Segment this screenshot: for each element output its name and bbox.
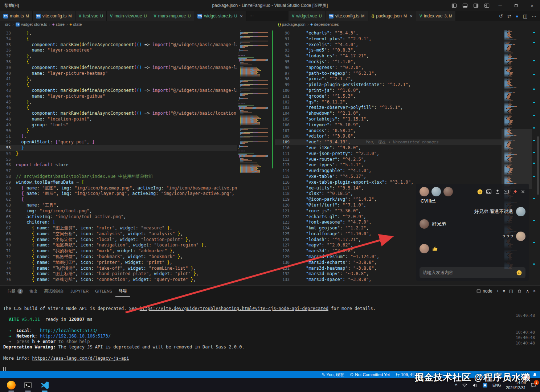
code-line: 40 name: "layer-picture-heatmap" (0, 71, 237, 77)
minimap-left[interactable] (237, 28, 270, 285)
panel-tab-JUPYTER[interactable]: JUPYTER (67, 286, 92, 297)
kill-terminal-icon[interactable] (517, 289, 522, 294)
panel-tab-输出[interactable]: 输出 (26, 286, 41, 297)
tab-index.vue[interactable]: Vindex.vue3, M (416, 11, 456, 21)
sync-icon[interactable]: ⇄ (507, 13, 511, 19)
restore-button[interactable] (508, 0, 524, 11)
panel-tab-GITLENS[interactable]: GITLENS (92, 286, 115, 297)
code-line: 110 "vue-i18n": "^9.8.0", (275, 145, 502, 151)
image-icon[interactable] (486, 189, 492, 195)
line-number: 99 (275, 82, 295, 88)
scrollbar-thumb[interactable] (537, 136, 539, 195)
emoji-picker-icon[interactable] (516, 270, 522, 276)
tray-date: 2024/12/31 (506, 385, 526, 390)
tab-label: main-view.vue (114, 13, 142, 19)
tab-vite.config.ts[interactable]: TSvite.config.tsM (326, 11, 368, 21)
tab-overflow-icon[interactable]: ⋯ (246, 11, 257, 21)
minimize-button[interactable]: ─ (492, 0, 508, 11)
chat-message-text: ? ? ? (503, 234, 513, 239)
toggle-secondary-sidebar-icon[interactable] (470, 0, 481, 11)
breadcrumb-item-package.json[interactable]: {}package.json (278, 22, 306, 26)
status-item[interactable]: ∅Not Committed Yet (350, 372, 390, 377)
panel-tab-调试控制台[interactable]: 调试控制台 (41, 286, 67, 297)
line-number: 36 (0, 48, 16, 53)
close-window-button[interactable]: × (524, 0, 540, 11)
line-number: 55 (0, 157, 16, 163)
line-number: 67 (0, 225, 16, 231)
status-dot-icon[interactable]: ● (516, 13, 519, 19)
code-line: 69 { name: "坐标定位", icon: "local", widget… (0, 237, 237, 243)
panel-tab-终端[interactable]: 终端 (115, 286, 130, 297)
code-line: 47 component: markRaw(defineAsyncCompone… (0, 111, 237, 117)
smiley-icon[interactable] (477, 189, 483, 195)
maximize-panel-icon[interactable]: ∧ (526, 289, 529, 294)
line-number: 71 (0, 248, 16, 254)
minimap-slider[interactable] (502, 129, 532, 189)
pin-icon[interactable] (512, 189, 518, 195)
editor-group-left: 33 },34 {35 component: markRaw(defineAsy… (0, 28, 275, 285)
avatar (431, 187, 441, 196)
tab-package.json[interactable]: {}package.jsonM× (368, 11, 416, 21)
breadcrumb-item-src[interactable]: src (5, 22, 11, 26)
tab-main-view.vue[interactable]: Vmain-view.vueU (107, 11, 150, 21)
code-text: }, (16, 76, 237, 82)
breadcrumb-item-dependencies[interactable]: ◈dependencies (310, 22, 339, 26)
line-number: 53 (0, 145, 16, 151)
status-item[interactable]: ✎You, 现在 (322, 372, 344, 377)
notification-center-icon[interactable]: 1 (531, 382, 536, 388)
tab-label: mars-map.vue (158, 13, 186, 19)
close-tab-icon[interactable]: × (240, 13, 243, 19)
line-number: 59 (0, 180, 16, 185)
tab-main.ts[interactable]: TSmain.tsM (0, 11, 33, 21)
tab-mars-map.vue[interactable]: Vmars-map.vueU (150, 11, 194, 21)
code-editor-widget-store[interactable]: 33 },34 {35 component: markRaw(defineAsy… (0, 28, 237, 285)
vscode-app-icon[interactable] (40, 380, 49, 390)
close-panel-icon[interactable]: × (533, 289, 536, 294)
tab-widget-store.ts[interactable]: TSwidget-store.tsU× (194, 11, 246, 21)
tab-vite.config.ts[interactable]: TSvite.config.tsM (33, 11, 75, 21)
code-line: 33 }, (0, 30, 237, 36)
code-line: 90 "echarts": "^5.4.3", (275, 30, 502, 36)
terminal-line: → Local: http://localhost:5173/ (3, 328, 515, 334)
line-number: 121 (275, 208, 295, 214)
tab-widget.vue[interactable]: Vwidget.vueU (289, 11, 326, 21)
notifications-bell-icon[interactable] (532, 371, 537, 378)
close-icon[interactable] (520, 189, 525, 194)
tab-test.vue[interactable]: Vtest.vueU (75, 11, 107, 21)
tray-chevron-icon[interactable]: ^ (455, 383, 457, 387)
mail-icon[interactable] (503, 189, 509, 195)
code-line: 113 "vue-types": "^5.1.1", (275, 162, 502, 168)
code-line: 60 { name: "底图", img: "img/icon/basemap.… (0, 185, 237, 191)
toggle-sidebar-icon[interactable] (449, 0, 459, 11)
input-language[interactable]: ENG (492, 383, 501, 387)
terminal-dropdown-icon[interactable]: ▾ (503, 289, 505, 294)
timeline-icon[interactable]: ↺ (499, 13, 503, 19)
line-number: 109 (275, 139, 295, 145)
person-icon[interactable] (495, 189, 500, 195)
line-number: 75 (0, 271, 16, 277)
terminal-app-icon[interactable] (23, 380, 33, 390)
close-tab-icon[interactable]: × (410, 13, 413, 19)
terminal-shell-item[interactable]: node (476, 289, 492, 294)
editor-scrollbar[interactable] (536, 28, 540, 285)
code-text: { name: "坐标定位", icon: "local", widget: "… (16, 237, 237, 243)
line-number: 115 (275, 174, 295, 180)
toggle-panel-icon[interactable] (459, 0, 470, 11)
breadcrumb-item-widget-store.ts[interactable]: TSwidget-store.ts (15, 22, 47, 27)
panel-tab-问题[interactable]: 问题3 (4, 286, 26, 297)
chat-header (420, 187, 525, 197)
terminal[interactable]: The CJS build of Vite's Node API is depr… (0, 297, 515, 371)
split-terminal-icon[interactable]: ◫ (509, 289, 513, 294)
breadcrumb-item-state[interactable]: ◈state (70, 22, 82, 26)
menu-help[interactable]: 帮助(H) (0, 0, 24, 11)
new-terminal-icon[interactable]: + (496, 289, 499, 294)
breadcrumb-item-store[interactable]: ◈store (52, 22, 65, 26)
split-editor-icon[interactable]: ◫ (523, 13, 527, 19)
tab-label: test.vue (83, 13, 98, 19)
browser-app-icon[interactable] (7, 380, 16, 390)
code-line: 91 "element-plus": "^2.9.1", (275, 36, 502, 42)
chat-message-input[interactable]: 请输入发送内容 (420, 267, 525, 278)
code-text: openAtStart: ["query-poi", ] (16, 139, 237, 145)
customize-layout-icon[interactable] (481, 0, 492, 11)
more-actions-icon[interactable]: ⋯ (532, 13, 536, 19)
